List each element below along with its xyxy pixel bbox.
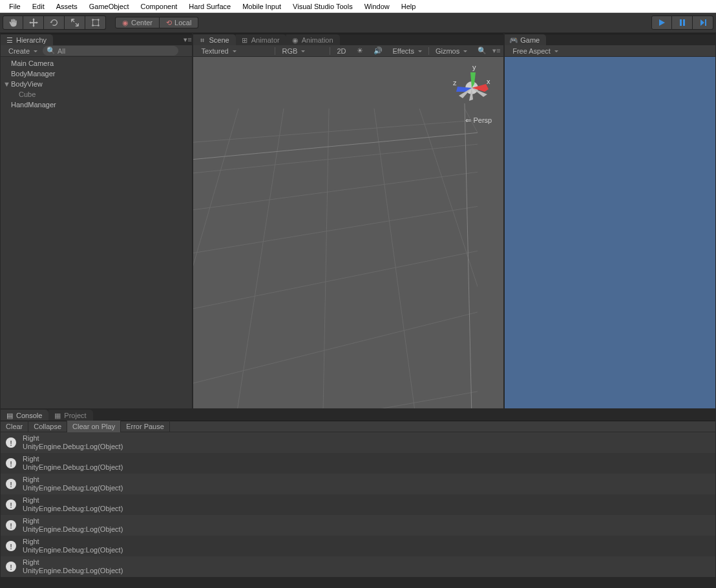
hierarchy-tab-menu-icon[interactable]: ▾≡: [183, 34, 192, 45]
hierarchy-list[interactable]: Main CameraBodyManager▼BodyViewCubeHandM…: [1, 57, 192, 111]
hierarchy-search-input[interactable]: 🔍 All: [43, 46, 178, 56]
render-mode-dropdown[interactable]: RGB: [277, 46, 328, 56]
tab-animation[interactable]: ◉Animation: [286, 34, 340, 45]
toggle-light-button[interactable]: ☀: [352, 46, 368, 56]
pivot-local-button[interactable]: ⟲Local: [160, 17, 198, 28]
log-entry[interactable]: !RightUnityEngine.Debug:Log(Object): [1, 453, 715, 474]
pause-button[interactable]: [672, 16, 693, 30]
toggle-2d-label: 2D: [337, 47, 346, 55]
log-trace: UnityEngine.Debug:Log(Object): [23, 443, 123, 451]
center-icon: ◉: [122, 19, 129, 27]
menu-assets[interactable]: Assets: [51, 1, 83, 12]
log-entry[interactable]: !RightUnityEngine.Debug:Log(Object): [1, 556, 715, 577]
scene-viewport[interactable]: x y z ⇐ Persp: [193, 57, 503, 408]
toggle-audio-button[interactable]: 🔊: [368, 46, 388, 56]
menu-gameobject[interactable]: GameObject: [84, 1, 134, 12]
console-log-list[interactable]: !RightUnityEngine.Debug:Log(Object)!Righ…: [1, 432, 715, 585]
log-trace: UnityEngine.Debug:Log(Object): [23, 463, 123, 472]
lock-icon: ⇐: [465, 116, 471, 124]
menu-mobile-input[interactable]: Mobile Input: [237, 1, 286, 12]
shading-mode-dropdown[interactable]: Textured: [196, 46, 273, 56]
tab-animator[interactable]: ⊞Animator: [236, 34, 286, 45]
orientation-gizmo[interactable]: x y z: [449, 62, 494, 114]
expand-arrow-icon[interactable]: ▼: [3, 80, 11, 88]
play-controls: [651, 16, 713, 30]
main-toolbar: ◉Center ⟲Local: [0, 13, 716, 32]
log-entry[interactable]: !RightUnityEngine.Debug:Log(Object): [1, 474, 715, 494]
menu-help[interactable]: Help: [396, 1, 421, 12]
error-pause-button[interactable]: Error Pause: [121, 421, 170, 432]
svg-line-20: [465, 103, 472, 408]
hierarchy-item-bodyview[interactable]: ▼BodyView: [1, 79, 192, 89]
scene-toolbar: Textured RGB 2D ☀ 🔊 Effects Gizmos 🔍 ▾≡: [193, 45, 503, 57]
effects-dropdown[interactable]: Effects: [388, 46, 427, 56]
step-button[interactable]: [693, 16, 713, 30]
move-tool-button[interactable]: [23, 16, 44, 30]
tab-label: Console: [16, 412, 42, 419]
scene-tab-menu-icon[interactable]: ▾≡: [492, 47, 501, 55]
menu-visual-studio-tools[interactable]: Visual Studio Tools: [288, 1, 358, 12]
game-toolbar: Free Aspect: [505, 45, 715, 57]
play-button[interactable]: [651, 16, 672, 30]
svg-point-4: [98, 25, 100, 26]
rect-tool-button[interactable]: [85, 16, 106, 30]
bottom-tab-row: ▤Console▦Project: [1, 410, 715, 421]
tab-label: Animation: [302, 36, 333, 44]
tab-label: Project: [64, 412, 86, 419]
hand-tool-button[interactable]: [3, 16, 23, 30]
scene-search-button[interactable]: 🔍: [472, 46, 492, 56]
pivot-mode-group: ◉Center ⟲Local: [115, 17, 198, 28]
collapse-label: Collapse: [34, 423, 61, 430]
menu-hard-surface[interactable]: Hard Surface: [184, 1, 236, 12]
svg-line-10: [193, 296, 478, 399]
info-icon: !: [5, 498, 17, 511]
sun-icon: ☀: [357, 47, 363, 55]
log-trace: UnityEngine.Debug:Log(Object): [23, 505, 123, 513]
log-trace: UnityEngine.Debug:Log(Object): [23, 484, 123, 492]
hierarchy-item-main camera[interactable]: Main Camera: [1, 58, 192, 68]
svg-text:!: !: [10, 543, 12, 551]
create-dropdown[interactable]: Create: [3, 46, 43, 56]
console-icon: ▤: [6, 412, 14, 419]
scale-tool-button[interactable]: [65, 16, 85, 30]
tab-console[interactable]: ▤Console: [1, 410, 48, 421]
projection-label[interactable]: ⇐ Persp: [465, 116, 492, 125]
svg-line-5: [193, 115, 478, 147]
hierarchy-item-cube[interactable]: Cube: [1, 89, 192, 100]
animator-icon: ⊞: [241, 36, 249, 44]
project-icon: ▦: [54, 412, 61, 419]
hierarchy-tab[interactable]: ☰ Hierarchy: [1, 34, 53, 45]
svg-point-1: [92, 19, 94, 21]
aspect-dropdown[interactable]: Free Aspect: [507, 46, 604, 56]
log-entry[interactable]: !RightUnityEngine.Debug:Log(Object): [1, 432, 715, 453]
rotate-tool-button[interactable]: [44, 16, 65, 30]
pivot-center-button[interactable]: ◉Center: [115, 17, 160, 28]
menu-edit[interactable]: Edit: [27, 1, 50, 12]
toggle-2d-button[interactable]: 2D: [332, 46, 351, 56]
menu-window[interactable]: Window: [359, 1, 395, 12]
gizmos-label: Gizmos: [436, 47, 459, 55]
menu-file[interactable]: File: [4, 1, 26, 12]
svg-point-2: [98, 19, 100, 21]
hierarchy-toolbar: Create 🔍 All: [1, 45, 192, 57]
log-entry[interactable]: !RightUnityEngine.Debug:Log(Object): [1, 515, 715, 536]
hierarchy-item-handmanager[interactable]: HandManager: [1, 100, 192, 110]
collapse-button[interactable]: Collapse: [28, 421, 67, 432]
gizmos-dropdown[interactable]: Gizmos: [430, 46, 472, 56]
game-tab[interactable]: 🎮 Game: [505, 34, 546, 45]
tab-scene[interactable]: ⌗Scene: [193, 34, 235, 45]
log-message: Right: [23, 434, 123, 443]
clear-button[interactable]: Clear: [1, 421, 28, 432]
clear-on-play-button[interactable]: Clear on Play: [67, 421, 121, 432]
menu-component[interactable]: Component: [135, 1, 182, 12]
log-entry[interactable]: !RightUnityEngine.Debug:Log(Object): [1, 494, 715, 515]
tab-project[interactable]: ▦Project: [48, 410, 92, 421]
info-icon: !: [5, 478, 17, 490]
tab-label: Scene: [209, 36, 229, 44]
render-label: RGB: [282, 47, 297, 55]
game-viewport[interactable]: [505, 57, 715, 408]
svg-line-6: [193, 138, 478, 180]
log-entry[interactable]: !RightUnityEngine.Debug:Log(Object): [1, 536, 715, 556]
axis-z-label: z: [453, 79, 457, 87]
hierarchy-item-bodymanager[interactable]: BodyManager: [1, 68, 192, 79]
